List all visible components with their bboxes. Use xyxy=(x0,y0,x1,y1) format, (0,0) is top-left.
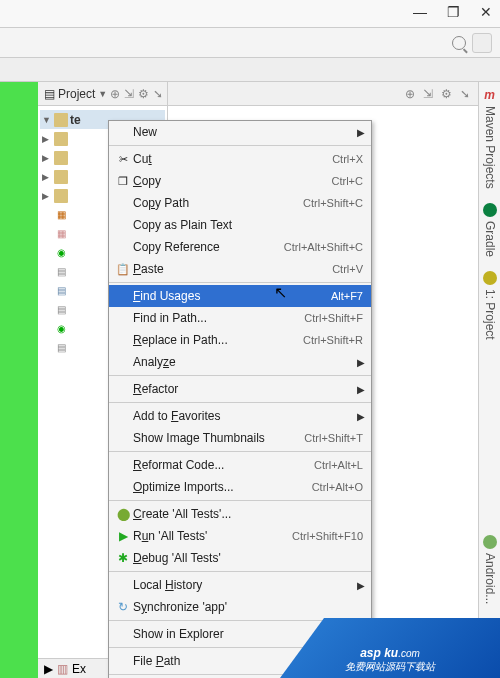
chevron-down-icon[interactable]: ▼ xyxy=(98,89,107,99)
run-gutter xyxy=(0,82,38,678)
search-icon[interactable] xyxy=(452,36,466,50)
menu-shortcut: Alt+F7 xyxy=(331,290,363,302)
folder-icon xyxy=(54,189,68,203)
folder-icon xyxy=(54,170,68,184)
menu-item-run-all-tests[interactable]: ▶Run 'All Tests'Ctrl+Shift+F10 xyxy=(109,525,371,547)
📋-icon: 📋 xyxy=(113,263,133,276)
menu-item-label: Copy Path xyxy=(133,196,303,210)
submenu-arrow-icon: ▶ xyxy=(357,580,365,591)
menu-item-create-all-tests[interactable]: ⬤Create 'All Tests'... xyxy=(109,503,371,525)
menu-item-synchronize-app[interactable]: ↻Synchronize 'app' xyxy=(109,596,371,618)
hide-icon[interactable]: ➘ xyxy=(460,87,470,101)
gradle-icon xyxy=(483,203,497,217)
target-icon[interactable]: ⊕ xyxy=(405,87,415,101)
menu-item-find-usages[interactable]: Find UsagesAlt+F7 xyxy=(109,285,371,307)
menu-item-local-history[interactable]: Local History▶ xyxy=(109,574,371,596)
file-icon: ▤ xyxy=(54,265,68,279)
tab-project[interactable]: 1: Project xyxy=(481,267,499,344)
maximize-button[interactable]: ❐ xyxy=(447,4,460,20)
menu-shortcut: Ctrl+Alt+L xyxy=(314,459,363,471)
tab-maven[interactable]: mMaven Projects xyxy=(481,84,499,193)
android-icon xyxy=(483,535,497,549)
user-avatar[interactable] xyxy=(472,33,492,53)
sync-icon: ↻ xyxy=(113,600,133,614)
minimize-button[interactable]: — xyxy=(413,4,427,20)
menu-item-refactor[interactable]: Refactor▶ xyxy=(109,378,371,400)
menu-item-debug-all-tests[interactable]: ✱Debug 'All Tests' xyxy=(109,547,371,569)
menu-shortcut: Ctrl+V xyxy=(332,263,363,275)
menu-shortcut: Ctrl+Shift+R xyxy=(303,334,363,346)
editor-toolbar: ⊕ ⇲ ⚙ ➘ xyxy=(168,82,478,106)
context-menu: New▶✂CutCtrl+X❐CopyCtrl+CCopy PathCtrl+S… xyxy=(108,120,372,678)
file-icon: ▤ xyxy=(54,341,68,355)
✂-icon: ✂ xyxy=(113,153,133,166)
menu-item-optimize-imports[interactable]: Optimize Imports...Ctrl+Alt+O xyxy=(109,476,371,498)
menu-item-new[interactable]: New▶ xyxy=(109,121,371,143)
menu-shortcut: Ctrl+Shift+F xyxy=(304,312,363,324)
menu-shortcut: Ctrl+Alt+Shift+C xyxy=(284,241,363,253)
project-pane-title: Project xyxy=(58,87,95,101)
gradle-file-icon: ◉ xyxy=(54,246,68,260)
collapse-icon[interactable]: ⇲ xyxy=(423,87,433,101)
menu-item-copy-path[interactable]: Copy PathCtrl+Shift+C xyxy=(109,192,371,214)
menu-item-label: Synchronize 'app' xyxy=(133,600,363,614)
menu-item-label: Paste xyxy=(133,262,332,276)
folder-icon xyxy=(54,132,68,146)
tab-gradle[interactable]: Gradle xyxy=(481,199,499,261)
❐-icon: ❐ xyxy=(113,175,133,188)
menu-item-copy[interactable]: ❐CopyCtrl+C xyxy=(109,170,371,192)
menu-item-label: New xyxy=(133,125,363,139)
menu-shortcut: Ctrl+Alt+O xyxy=(312,481,363,493)
gear-icon[interactable]: ⚙ xyxy=(138,87,149,101)
menu-shortcut: Ctrl+Shift+F10 xyxy=(292,530,363,542)
close-button[interactable]: ✕ xyxy=(480,4,492,20)
project-pane-icon: ▤ xyxy=(44,87,55,101)
menu-item-label: Add to Favorites xyxy=(133,409,363,423)
collapse-icon[interactable]: ⇲ xyxy=(124,87,134,101)
menu-item-label: Copy xyxy=(133,174,332,188)
gear-icon[interactable]: ⚙ xyxy=(441,87,452,101)
file-icon: ▦ xyxy=(54,227,68,241)
menu-item-add-to-favorites[interactable]: Add to Favorites▶ xyxy=(109,405,371,427)
folder-icon xyxy=(54,151,68,165)
menu-item-cut[interactable]: ✂CutCtrl+X xyxy=(109,148,371,170)
menu-shortcut: Ctrl+X xyxy=(332,153,363,165)
menu-item-label: Analyze xyxy=(133,355,363,369)
menu-item-replace-in-path[interactable]: Replace in Path...Ctrl+Shift+R xyxy=(109,329,371,351)
menu-item-copy-as-plain-text[interactable]: Copy as Plain Text xyxy=(109,214,371,236)
menu-item-label: Refactor xyxy=(133,382,363,396)
file-icon: ▤ xyxy=(54,303,68,317)
menu-item-paste[interactable]: 📋PasteCtrl+V xyxy=(109,258,371,280)
menu-item-copy-reference[interactable]: Copy ReferenceCtrl+Alt+Shift+C xyxy=(109,236,371,258)
external-libs-label: Ex xyxy=(72,662,86,676)
menu-item-show-image-thumbnails[interactable]: Show Image ThumbnailsCtrl+Shift+T xyxy=(109,427,371,449)
menu-shortcut: Ctrl+Shift+T xyxy=(304,432,363,444)
hide-icon[interactable]: ➘ xyxy=(153,87,163,101)
menu-item-label: Find in Path... xyxy=(133,311,304,325)
project-icon xyxy=(483,271,497,285)
menu-item-label: Create 'All Tests'... xyxy=(133,507,363,521)
menu-item-label: Reformat Code... xyxy=(133,458,314,472)
file-icon: ▤ xyxy=(54,284,68,298)
bug-icon: ✱ xyxy=(113,551,133,565)
menu-item-analyze[interactable]: Analyze▶ xyxy=(109,351,371,373)
maven-icon: m xyxy=(484,88,495,102)
menu-item-label: Find Usages xyxy=(133,289,331,303)
folder-icon xyxy=(54,113,68,127)
title-bar: — ❐ ✕ xyxy=(0,0,500,28)
breadcrumb-bar xyxy=(0,58,500,82)
project-pane-header[interactable]: ▤ Project ▼ ⊕ ⇲ ⚙ ➘ xyxy=(38,82,167,106)
menu-item-reformat-code[interactable]: Reformat Code...Ctrl+Alt+L xyxy=(109,454,371,476)
menu-item-label: Optimize Imports... xyxy=(133,480,312,494)
menu-item-label: Copy as Plain Text xyxy=(133,218,363,232)
tree-root-label: te xyxy=(70,113,81,127)
main-toolbar xyxy=(0,28,500,58)
menu-shortcut: Ctrl+Shift+C xyxy=(303,197,363,209)
target-icon[interactable]: ⊕ xyxy=(110,87,120,101)
menu-item-label: File Path xyxy=(133,654,301,668)
right-tool-tabs: mMaven Projects Gradle 1: Project Androi… xyxy=(478,82,500,678)
watermark-subtitle: 免费网站源码下载站 xyxy=(345,660,435,674)
tab-android[interactable]: Android... xyxy=(481,531,499,608)
menu-item-find-in-path[interactable]: Find in Path...Ctrl+Shift+F xyxy=(109,307,371,329)
menu-item-label: Replace in Path... xyxy=(133,333,303,347)
